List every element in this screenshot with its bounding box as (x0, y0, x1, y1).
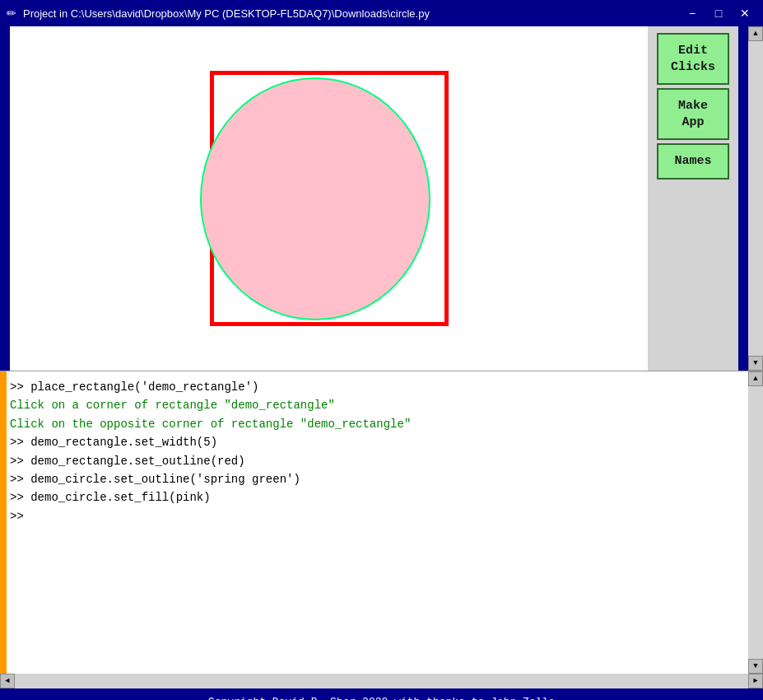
scroll-down-button[interactable]: ▼ (748, 356, 763, 371)
horizontal-scrollbar[interactable]: ◄ ► (0, 674, 763, 688)
console-line-1: >> place_rectangle('demo_rectangle') (10, 378, 743, 396)
scroll-up-button[interactable]: ▲ (748, 26, 763, 41)
console-text: >> place_rectangle('demo_rectangle') Cli… (10, 378, 743, 525)
title-bar: ✏ Project in C:\Users\david\Dropbox\My P… (0, 0, 763, 26)
right-accent-bar (738, 26, 748, 371)
minimize-button[interactable]: − (681, 5, 704, 21)
main-container: EditClicks MakeApp Names ▲ ▼ (0, 26, 763, 371)
title-bar-left: ✏ Project in C:\Users\david\Dropbox\My P… (7, 7, 430, 20)
make-app-button[interactable]: MakeApp (657, 88, 729, 140)
app-icon: ✏ (7, 7, 16, 20)
console-scrollbar[interactable]: ▲ ▼ (748, 371, 763, 674)
edit-clicks-button[interactable]: EditClicks (657, 33, 729, 85)
scroll-right-button[interactable]: ► (748, 674, 763, 688)
left-accent-bar (0, 26, 10, 371)
console-line-4: >> demo_rectangle.set_width(5) (10, 433, 743, 451)
console-area: >> place_rectangle('demo_rectangle') Cli… (0, 371, 763, 674)
console-line-7: >> demo_circle.set_fill(pink) (10, 488, 743, 506)
vertical-scrollbar[interactable]: ▲ ▼ (748, 26, 763, 371)
drawing-canvas (210, 71, 449, 326)
title-bar-buttons: − □ ✕ (681, 5, 756, 21)
canvas-area[interactable] (10, 26, 648, 371)
console-line-8: >> (10, 507, 743, 525)
console-line-2: Click on a corner of rectangle "demo_rec… (10, 396, 743, 414)
console-scroll-up[interactable]: ▲ (748, 371, 763, 386)
console-scroll-down[interactable]: ▼ (748, 659, 763, 674)
console-scroll-track (748, 386, 763, 659)
status-bar: Copyright David B. Sher 2020 with thanks… (0, 688, 763, 700)
names-button[interactable]: Names (657, 143, 729, 180)
scroll-track (748, 41, 763, 356)
maximize-button[interactable]: □ (707, 5, 730, 21)
console-line-3: Click on the opposite corner of rectangl… (10, 415, 743, 433)
close-button[interactable]: ✕ (733, 5, 756, 21)
scroll-left-button[interactable]: ◄ (0, 674, 15, 688)
right-sidebar: EditClicks MakeApp Names (648, 26, 738, 371)
status-text: Copyright David B. Sher 2020 with thanks… (208, 696, 555, 701)
demo-circle (200, 77, 430, 320)
console-line-6: >> demo_circle.set_outline('spring green… (10, 470, 743, 488)
horizontal-scroll-track (15, 674, 748, 688)
console-line-5: >> demo_rectangle.set_outline(red) (10, 452, 743, 470)
window-title: Project in C:\Users\david\Dropbox\My PC … (23, 7, 430, 20)
console-left-accent (0, 371, 7, 674)
